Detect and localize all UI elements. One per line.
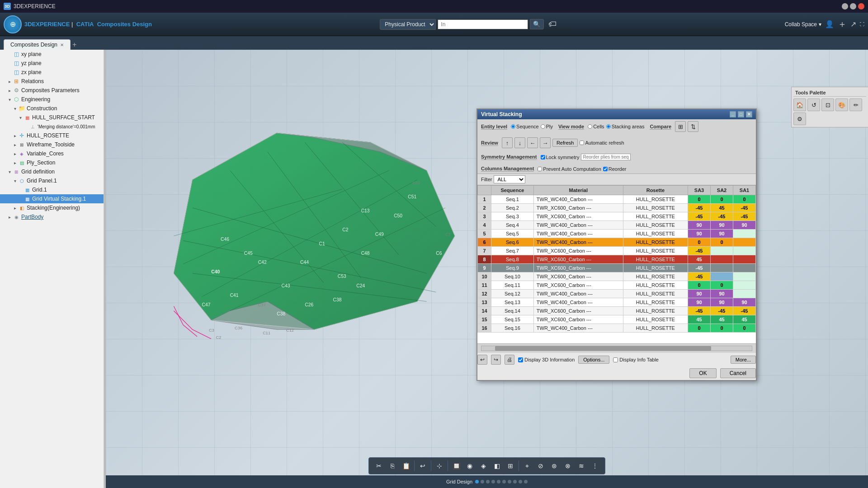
tree-item-xy-plane[interactable]: ◫ xy plane: [0, 50, 104, 59]
tree-item-variable-cores[interactable]: ▸ ◈ Variable_Cores: [0, 149, 104, 158]
tool-icon-6[interactable]: ⋮: [589, 460, 601, 472]
lock-symmetry-label[interactable]: Lock symmetry: [541, 155, 580, 160]
tree-item-engineering[interactable]: ▾ ⬡ Engineering: [0, 95, 104, 104]
copy-icon[interactable]: ⎘: [386, 460, 399, 472]
redo-button[interactable]: ↪: [491, 355, 501, 365]
panel-minimize-btn[interactable]: _: [730, 111, 736, 117]
sequence-radio[interactable]: [511, 124, 515, 129]
filter-dropdown[interactable]: ALL: [494, 175, 525, 183]
share-icon[interactable]: ↗: [850, 20, 856, 28]
tree-item-construction[interactable]: ▾ 📁 Construction: [0, 104, 104, 113]
tool-icon-5[interactable]: ≋: [575, 460, 588, 472]
tree-item-ply-section[interactable]: ▸ ▤ Ply_Section: [0, 158, 104, 167]
panel-controls[interactable]: _ □ ✕: [730, 111, 752, 117]
prevent-auto-checkbox[interactable]: [538, 167, 542, 171]
reorder-checkbox[interactable]: [603, 167, 608, 171]
table-row[interactable]: 2Seq.2TWR_XC600_Carbon ---HULL_ROSETTE-4…: [478, 204, 756, 212]
ply-radio-label[interactable]: Ply: [541, 124, 553, 129]
review-left-btn[interactable]: ←: [527, 137, 538, 148]
view-icon-3[interactable]: ◈: [477, 460, 490, 472]
vs-scroll-thumb[interactable]: [495, 346, 711, 351]
table-row[interactable]: 7Seq.7TWR_XC600_Carbon ---HULL_ROSETTE-4…: [478, 247, 756, 255]
add-tab-button[interactable]: +: [72, 40, 76, 50]
close-button[interactable]: [858, 3, 864, 9]
dot-1[interactable]: [475, 480, 479, 483]
tree-item-yz-plane[interactable]: ◫ yz plane: [0, 59, 104, 68]
window-controls[interactable]: [842, 3, 864, 9]
tree-item-wireframe[interactable]: ▸ ⊠ Wireframe_Toolside: [0, 140, 104, 149]
table-row[interactable]: 3Seq.3TWR_XC600_Carbon ---HULL_ROSETTE-4…: [478, 212, 756, 221]
view-icon-5[interactable]: ⊞: [504, 460, 517, 472]
tree-item-grid-definition[interactable]: ▾ ⊞ Grid definition: [0, 167, 104, 176]
table-row[interactable]: 6Seq.6TWR_WC400_Carbon ---HULL_ROSETTE00: [478, 238, 756, 247]
table-row[interactable]: 1Seq.1TWR_WC400_Carbon ---HULL_ROSETTE00…: [478, 195, 756, 204]
dot-2[interactable]: [481, 480, 484, 483]
dot-3[interactable]: [486, 480, 490, 483]
tree-item-relations[interactable]: ▸ ⊞ Relations: [0, 77, 104, 86]
undo-icon[interactable]: ↩: [416, 460, 429, 472]
view-icon-4[interactable]: ◧: [491, 460, 503, 472]
tab-close-icon[interactable]: ✕: [60, 42, 64, 47]
table-row[interactable]: 12Seq.12TWR_WC400_Carbon ---HULL_ROSETTE…: [478, 290, 756, 298]
ok-button[interactable]: OK: [689, 368, 716, 378]
paste-icon[interactable]: 📋: [400, 460, 412, 472]
tree-item-grid-virtual-stacking[interactable]: ▦ Grid Virtual Stacking.1: [0, 194, 104, 203]
dot-4[interactable]: [491, 480, 495, 483]
panel-close-btn[interactable]: ✕: [746, 111, 752, 117]
table-row[interactable]: 16Seq.16TWR_WC400_Carbon ---HULL_ROSETTE…: [478, 324, 756, 333]
dot-5[interactable]: [497, 480, 500, 483]
search-input[interactable]: [438, 19, 528, 29]
review-up-btn[interactable]: ↑: [502, 137, 513, 148]
bookmark-icon[interactable]: 🏷: [548, 19, 557, 29]
compass-icon[interactable]: ⊕: [4, 15, 22, 33]
view-icon-2[interactable]: ◉: [463, 460, 476, 472]
tool-icon-4[interactable]: ⊗: [561, 460, 574, 472]
ply-radio[interactable]: [541, 124, 545, 129]
tp-btn-6[interactable]: ⚙: [793, 113, 806, 125]
table-row[interactable]: 4Seq.4TWR_WC400_Carbon ---HULL_ROSETTE90…: [478, 221, 756, 230]
display-3d-info-checkbox[interactable]: [518, 357, 523, 362]
table-row[interactable]: 5Seq.5TWR_WC400_Carbon ---HULL_ROSETTE90…: [478, 230, 756, 238]
3d-viewport[interactable]: C40 C41 C42 C43 C44 C45 C46 C47 C48 C49 …: [106, 50, 868, 488]
search-type-dropdown[interactable]: Physical Product: [380, 19, 436, 30]
sequence-radio-label[interactable]: Sequence: [511, 124, 539, 129]
table-row[interactable]: 14Seq.14TWR_XC600_Carbon ---HULL_ROSETTE…: [478, 307, 756, 315]
auto-refresh-checkbox[interactable]: [580, 141, 584, 145]
lock-symmetry-checkbox[interactable]: [541, 155, 545, 160]
tp-btn-3[interactable]: ⊡: [821, 99, 834, 111]
dot-7[interactable]: [508, 480, 511, 483]
review-right-btn[interactable]: →: [540, 137, 551, 148]
add-icon[interactable]: ＋: [838, 18, 847, 30]
user-icon[interactable]: 👤: [825, 20, 834, 28]
display-3d-info-label[interactable]: Display 3D Information: [518, 357, 575, 362]
tree-item-grid-panel[interactable]: ▾ ⬡ Grid Panel.1: [0, 176, 104, 185]
tree-item-part-body[interactable]: ▸ ◉ PartBody: [0, 212, 104, 221]
compare-btn-1[interactable]: ⊞: [675, 121, 686, 132]
reorder-label[interactable]: Reorder: [603, 166, 627, 172]
tp-btn-2[interactable]: ↺: [807, 99, 820, 111]
cells-radio-label[interactable]: Cells: [588, 124, 604, 129]
review-down-btn[interactable]: ↓: [514, 137, 525, 148]
print-button[interactable]: 🖨: [505, 355, 514, 365]
display-info-table-label[interactable]: Display Info Table: [613, 357, 659, 362]
tree-item-grid1[interactable]: ▦ Grid.1: [0, 185, 104, 194]
select-icon[interactable]: ⊹: [433, 460, 446, 472]
undo-button[interactable]: ↩: [477, 355, 487, 365]
tp-btn-4[interactable]: 🎨: [835, 99, 848, 111]
reorder-plies-input[interactable]: [581, 154, 631, 160]
cancel-button[interactable]: Cancel: [720, 368, 756, 378]
tree-item-merging-distance[interactable]: ⊥ 'Merging distance'=0.001mm: [0, 122, 104, 131]
tree-item-hull-surface[interactable]: ▾ ▦ HULL_SURFACE_START: [0, 113, 104, 122]
more-button[interactable]: More...: [731, 356, 756, 364]
stacking-areas-radio-label[interactable]: Stacking areas: [606, 124, 645, 129]
prevent-auto-label[interactable]: Prevent Auto Computation: [538, 166, 601, 172]
table-row[interactable]: 10Seq.10TWR_XC600_Carbon ---HULL_ROSETTE…: [478, 272, 756, 281]
display-info-table-checkbox[interactable]: [613, 357, 618, 362]
view-icon-1[interactable]: 🔲: [450, 460, 462, 472]
stacking-areas-radio[interactable]: [606, 124, 611, 129]
tp-btn-1[interactable]: 🏠: [793, 99, 806, 111]
dot-10[interactable]: [524, 480, 528, 483]
table-row[interactable]: 11Seq.11TWR_XC600_Carbon ---HULL_ROSETTE…: [478, 281, 756, 290]
tree-item-hull-rosette[interactable]: ▸ ✛ HULL_ROSETTE: [0, 131, 104, 140]
maximize-button[interactable]: [850, 3, 856, 9]
